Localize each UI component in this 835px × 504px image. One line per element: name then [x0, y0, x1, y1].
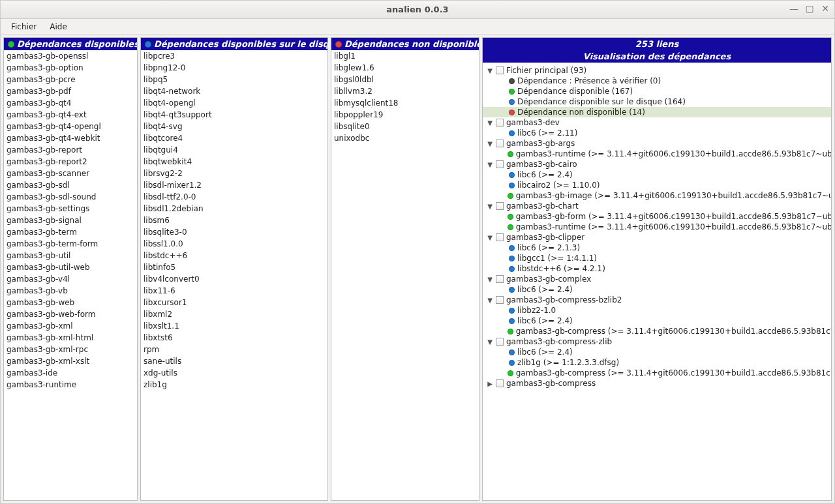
panel-unavailable-list[interactable]: libgl1libglew1.6libgsl0ldbllibllvm3.2lib…	[331, 50, 479, 500]
list-item[interactable]: gambas3-gb-report	[4, 144, 137, 156]
list-item[interactable]: gambas3-gb-scanner	[4, 168, 137, 179]
list-item[interactable]: libsdl-mixer1.2	[141, 179, 327, 191]
list-item[interactable]: gambas3-gb-term-form	[4, 238, 137, 250]
list-item[interactable]: libgsl0ldbl	[331, 74, 479, 85]
expand-toggle-icon[interactable]: ▼	[487, 161, 493, 168]
list-item[interactable]: libpoppler19	[331, 109, 479, 121]
tree-leaf[interactable]: ▶libc6 (>= 2.11)	[483, 128, 831, 138]
list-item[interactable]: libxslt1.1	[141, 320, 327, 332]
tree-node[interactable]: ▼gambas3-gb-compress-bzlib2	[483, 295, 831, 305]
list-item[interactable]: libx11-6	[141, 285, 327, 297]
list-item[interactable]: gambas3-gb-util-web	[4, 261, 137, 273]
tree-leaf[interactable]: ▶gambas3-gb-image (>= 3.11.4+git6006.c19…	[483, 190, 831, 201]
dependency-tree[interactable]: ▼Fichier principal (93)▶Dépendance : Pré…	[483, 63, 831, 391]
list-item[interactable]: libsdl1.2debian	[141, 203, 327, 215]
tree-leaf[interactable]: ▶gambas3-gb-compress (>= 3.11.4+git6006.…	[483, 326, 831, 336]
list-item[interactable]: gambas3-runtime	[4, 379, 137, 391]
list-item[interactable]: gambas3-gb-xml-xslt	[4, 355, 137, 367]
list-item[interactable]: gambas3-gb-v4l	[4, 273, 137, 285]
minimize-button[interactable]: —	[789, 3, 799, 14]
list-item[interactable]: libqt4-opengl	[141, 97, 327, 109]
list-item[interactable]: gambas3-gb-qt4-ext	[4, 109, 137, 121]
expand-toggle-icon[interactable]: ▼	[487, 234, 493, 241]
expand-toggle-icon[interactable]: ▼	[487, 119, 493, 126]
tree-node[interactable]: ▶gambas3-gb-compress	[483, 378, 831, 389]
list-item[interactable]: zlib1g	[141, 379, 327, 391]
list-item[interactable]: gambas3-gb-qt4-opengl	[4, 121, 137, 132]
list-item[interactable]: gambas3-gb-xml	[4, 320, 137, 332]
list-item[interactable]: libpcre3	[141, 50, 327, 62]
list-item[interactable]: libsdl-ttf2.0-0	[141, 191, 327, 203]
list-item[interactable]: gambas3-gb-util	[4, 250, 137, 261]
list-item[interactable]: libqtwebkit4	[141, 156, 327, 168]
list-item[interactable]: gambas3-ide	[4, 367, 137, 379]
expand-toggle-icon[interactable]: ▼	[487, 203, 493, 210]
list-item[interactable]: gambas3-gb-xml-html	[4, 332, 137, 344]
close-button[interactable]: ✕	[820, 3, 830, 14]
expand-toggle-icon[interactable]: ▼	[487, 338, 493, 346]
tree-scroll[interactable]: ▼Fichier principal (93)▶Dépendance : Pré…	[483, 63, 831, 500]
tree-node[interactable]: ▼gambas3-dev	[483, 117, 831, 128]
tree-leaf[interactable]: ▶libcairo2 (>= 1.10.0)	[483, 180, 831, 190]
list-item[interactable]: gambas3-gb-web-form	[4, 308, 137, 320]
expand-toggle-icon[interactable]: ▶	[487, 380, 493, 387]
list-item[interactable]: libqtgui4	[141, 144, 327, 156]
list-item[interactable]: gambas3-gb-report2	[4, 156, 137, 168]
list-item[interactable]: gambas3-gb-settings	[4, 203, 137, 215]
tree-node[interactable]: ▼gambas3-gb-complex	[483, 274, 831, 284]
list-item[interactable]: libsqlite3-0	[141, 226, 327, 238]
list-item[interactable]: libpng12-0	[141, 62, 327, 74]
list-item[interactable]: gambas3-gb-openssl	[4, 50, 137, 62]
list-item[interactable]: gambas3-gb-signal	[4, 215, 137, 226]
list-item[interactable]: libssl1.0.0	[141, 238, 327, 250]
list-item[interactable]: libpq5	[141, 74, 327, 85]
tree-leaf[interactable]: ▶gambas3-gb-form (>= 3.11.4+git6006.c199…	[483, 211, 831, 222]
list-item[interactable]: libxml2	[141, 308, 327, 320]
tree-leaf[interactable]: ▶gambas3-runtime (>= 3.11.4+git6006.c199…	[483, 222, 831, 232]
list-item[interactable]: gambas3-gb-pcre	[4, 74, 137, 85]
list-item[interactable]: libqt4-network	[141, 85, 327, 97]
list-item[interactable]: gambas3-gb-xml-rpc	[4, 344, 137, 355]
tree-leaf[interactable]: ▶Dépendance disponible (167)	[483, 86, 831, 96]
list-item[interactable]: sane-utils	[141, 355, 327, 367]
maximize-button[interactable]: ▢	[804, 3, 815, 14]
menu-file[interactable]: Fichier	[5, 21, 43, 33]
list-item[interactable]: libsm6	[141, 215, 327, 226]
tree-node[interactable]: ▼gambas3-gb-chart	[483, 201, 831, 211]
list-item[interactable]: libglew1.6	[331, 62, 479, 74]
list-item[interactable]: libxtst6	[141, 332, 327, 344]
list-item[interactable]: libgl1	[331, 50, 479, 62]
list-item[interactable]: gambas3-gb-web	[4, 297, 137, 308]
panel-available-list[interactable]: gambas3-gb-opensslgambas3-gb-optiongamba…	[4, 50, 137, 500]
tree-node[interactable]: ▼gambas3-gb-cairo	[483, 159, 831, 170]
list-item[interactable]: libqt4-svg	[141, 121, 327, 132]
tree-leaf[interactable]: ▶libgcc1 (>= 1:4.1.1)	[483, 253, 831, 263]
tree-leaf[interactable]: ▶Dépendance : Présence à vérifier (0)	[483, 76, 831, 86]
expand-toggle-icon[interactable]: ▼	[487, 140, 493, 147]
list-item[interactable]: gambas3-gb-pdf	[4, 85, 137, 97]
tree-node[interactable]: ▼Fichier principal (93)	[483, 65, 831, 76]
list-item[interactable]: libxcursor1	[141, 297, 327, 308]
expand-toggle-icon[interactable]: ▼	[487, 67, 493, 74]
list-item[interactable]: librsvg2-2	[141, 168, 327, 179]
tree-leaf[interactable]: ▶gambas3-gb-compress (>= 3.11.4+git6006.…	[483, 368, 831, 378]
list-item[interactable]: libtinfo5	[141, 261, 327, 273]
list-item[interactable]: libqt4-qt3support	[141, 109, 327, 121]
list-item[interactable]: libstdc++6	[141, 250, 327, 261]
list-item[interactable]: gambas3-gb-sdl-sound	[4, 191, 137, 203]
list-item[interactable]: xdg-utils	[141, 367, 327, 379]
tree-leaf[interactable]: ▶libc6 (>= 2.4)	[483, 284, 831, 295]
tree-leaf[interactable]: ▶libc6 (>= 2.1.3)	[483, 243, 831, 253]
list-item[interactable]: gambas3-gb-term	[4, 226, 137, 238]
list-item[interactable]: unixodbc	[331, 132, 479, 144]
list-item[interactable]: gambas3-gb-qt4-webkit	[4, 132, 137, 144]
list-item[interactable]: libsqlite0	[331, 121, 479, 132]
list-item[interactable]: libv4lconvert0	[141, 273, 327, 285]
tree-leaf[interactable]: ▶libstdc++6 (>= 4.2.1)	[483, 263, 831, 274]
tree-leaf[interactable]: ▶libc6 (>= 2.4)	[483, 316, 831, 326]
tree-leaf[interactable]: ▶zlib1g (>= 1:1.2.3.3.dfsg)	[483, 357, 831, 368]
tree-leaf[interactable]: ▶libc6 (>= 2.4)	[483, 347, 831, 357]
list-item[interactable]: rpm	[141, 344, 327, 355]
list-item[interactable]: gambas3-gb-vb	[4, 285, 137, 297]
tree-node[interactable]: ▼gambas3-gb-args	[483, 138, 831, 149]
